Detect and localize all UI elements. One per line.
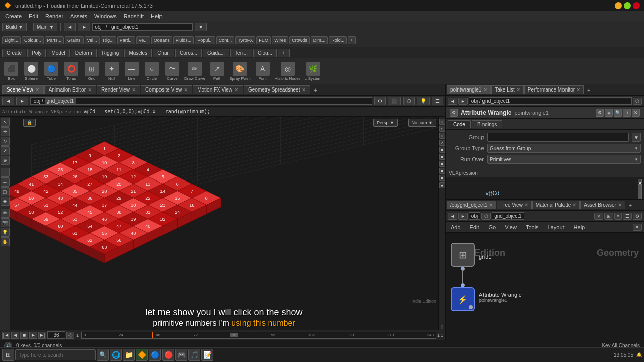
face-mode[interactable]: ▢ (1, 187, 10, 196)
code-editor[interactable]: v@Cd = set ( 0 , 0 , 0 ); v@Cd .x = rand… (446, 177, 644, 199)
tb-rold[interactable]: Rold... (329, 36, 347, 44)
net-dismiss-icon[interactable]: ✕ (594, 213, 603, 220)
tb-wires[interactable]: Wires (272, 36, 288, 44)
path-more[interactable]: ▼ (195, 23, 207, 31)
net-menu-tools[interactable]: Tools (523, 224, 542, 231)
net-grid-icon[interactable]: ⊞ (604, 213, 613, 220)
net-menu-edit[interactable]: Edit (467, 224, 482, 231)
shelf-grid[interactable]: ⊞ Grid (83, 61, 101, 82)
tb-popul[interactable]: Popul... (195, 36, 215, 44)
taskbar-app4[interactable]: 📝 (201, 349, 213, 361)
rp-expand[interactable]: ⬡ (633, 98, 642, 105)
net-menu-view[interactable]: View (502, 224, 520, 231)
close-tree[interactable]: ✕ (524, 202, 528, 208)
close-assetbrow[interactable]: ✕ (618, 202, 622, 208)
node-pointwrangle1[interactable]: ⚡ Attribute Wrangle pointwrangle1 (451, 283, 522, 311)
close-takelist[interactable]: ✕ (516, 87, 520, 93)
rpanel-tab-perfmon[interactable]: Performance Monitor ✕ (524, 85, 584, 94)
net-detail-icon[interactable]: ☰ (623, 213, 632, 220)
transform-tool[interactable]: ⊕ (1, 156, 10, 165)
net-back[interactable]: ◄ (448, 213, 457, 220)
shelf-sphere[interactable]: ⚪ Sphere (22, 61, 40, 82)
move-tool[interactable]: ✛ (1, 127, 10, 136)
shelf-spray[interactable]: 🎨 Spray Paint (228, 61, 251, 82)
group-type-dropdown[interactable]: Guess from Group ▼ (487, 144, 641, 153)
net-menu-help[interactable]: Help (571, 224, 588, 231)
handle-tool[interactable]: ✋ (1, 237, 10, 246)
scale-tool[interactable]: ⤢ (1, 146, 10, 155)
editor-scroll-thumb[interactable] (638, 184, 642, 199)
cortana-icon[interactable]: 🔍 (97, 349, 109, 361)
menu-create[interactable]: Create (2, 13, 25, 20)
close-composite[interactable]: ✕ (184, 87, 188, 93)
network-viewport[interactable]: Indie Edition Geometry ⊞ grid1 (446, 233, 644, 340)
shelf-tab-terr[interactable]: Terr... (230, 49, 252, 57)
tab-render-view[interactable]: Render View ✕ (97, 85, 140, 94)
aw-display-icon[interactable]: ◈ (605, 109, 613, 117)
tb-cont[interactable]: Cont... (216, 36, 235, 44)
shelf-path[interactable]: ↗ Path (208, 61, 226, 82)
aw-close-icon[interactable]: ✕ (632, 109, 640, 117)
rpanel-tab-pointwrangle[interactable]: pointwrangle1 ✕ (447, 85, 491, 94)
tb-oceans[interactable]: Oceans (151, 36, 172, 44)
tl-fps-btn[interactable]: ◎ (66, 332, 74, 339)
shelf-tab-clou[interactable]: Clou... (253, 49, 277, 57)
tb-fem[interactable]: FEM (256, 36, 271, 44)
maximize-button[interactable] (624, 2, 631, 9)
add-viewport-tab[interactable]: + (311, 86, 320, 94)
shelf-tube[interactable]: 🔵 Tube (42, 61, 60, 82)
rt-select[interactable]: ↗ (439, 140, 445, 146)
add-net-tab[interactable]: + (626, 201, 635, 209)
tl-back-start[interactable]: |◄ (2, 332, 10, 339)
frame-input[interactable]: 36 (47, 331, 65, 339)
rotate-tool[interactable]: ↻ (1, 137, 10, 146)
taskbar-folder[interactable]: 📁 (123, 349, 135, 361)
shelf-tab-char[interactable]: Char. (153, 49, 174, 57)
tl-stop[interactable]: ■ (20, 332, 28, 339)
tb-add-shelf[interactable]: + (348, 36, 355, 44)
rp-back[interactable]: ◄ (448, 98, 457, 105)
net-list-icon[interactable]: ≡ (614, 213, 622, 220)
tb-dim[interactable]: Dim... (311, 36, 328, 44)
cam-dropdown[interactable]: No cam ▼ (408, 119, 436, 127)
rt-display[interactable]: D (439, 119, 445, 125)
vp-nav-back[interactable]: ◄ (2, 97, 14, 105)
nav-forward[interactable]: ► (78, 23, 90, 31)
tb-grains[interactable]: Grains (65, 36, 84, 44)
shelf-tab-model[interactable]: Model (47, 49, 69, 57)
nav-back[interactable]: ◄ (64, 23, 76, 31)
close-motion-fx[interactable]: ✕ (234, 87, 238, 93)
aw-gear-icon[interactable]: ⚙ (450, 109, 458, 117)
menu-windows[interactable]: Windows (91, 13, 120, 20)
net-settings-icon[interactable]: ⚙ (633, 213, 642, 220)
close-perfmon[interactable]: ✕ (576, 87, 580, 93)
net-menu-layout[interactable]: Layout (545, 224, 568, 231)
net-tab-matpal[interactable]: Material Palette ✕ (532, 201, 580, 209)
rt-more3[interactable]: ■ (439, 161, 445, 167)
rt-more1[interactable]: ■ (439, 147, 445, 153)
net-close-icon[interactable]: ✕ (633, 224, 642, 231)
vp-settings[interactable]: ☰ (432, 97, 443, 105)
shelf-font[interactable]: A Font (254, 61, 272, 82)
taskbar-app2[interactable]: 🎮 (175, 349, 187, 361)
rt-more4[interactable]: ■ (439, 168, 445, 174)
net-tab-assetbrow[interactable]: Asset Browser ✕ (580, 201, 625, 209)
tb-light[interactable]: Light... (2, 36, 21, 44)
object-mode[interactable]: ◈ (1, 197, 10, 206)
tb-crowds[interactable]: Crowds (289, 36, 310, 44)
net-forward[interactable]: ► (458, 213, 468, 220)
group-input[interactable] (487, 133, 629, 142)
windows-start[interactable]: ⊞ (2, 349, 14, 361)
close-anim-editor[interactable]: ✕ (88, 87, 92, 93)
tab-bindings[interactable]: Bindings (472, 120, 502, 128)
shelf-tab-add[interactable]: + (278, 49, 290, 57)
shelf-lsystem[interactable]: 🌿 L-System (304, 61, 323, 82)
persp-dropdown[interactable]: Persp ▼ (373, 119, 398, 127)
close-net-obj[interactable]: ✕ (489, 202, 493, 208)
net-obj-icon[interactable]: ⬡ (481, 213, 491, 220)
shelf-historic[interactable]: ◎ Historic Nodes (274, 61, 302, 82)
vp-tools[interactable]: ⚙ (374, 97, 386, 105)
vp-nav-forward[interactable]: ► (16, 97, 28, 105)
build-dropdown[interactable]: Build ▼ (2, 23, 27, 31)
vp-display[interactable]: ⬡ (403, 97, 415, 105)
